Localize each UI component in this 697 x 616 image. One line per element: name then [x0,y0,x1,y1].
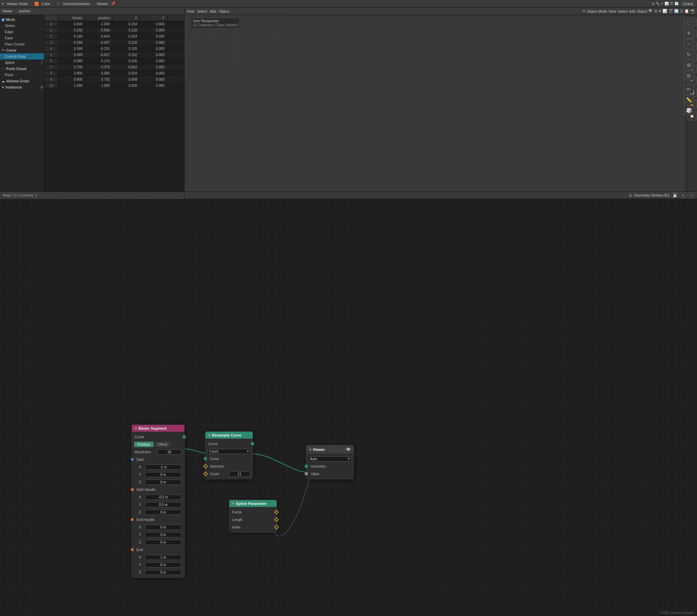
tool-transform[interactable]: ⧉ [684,71,694,80]
bezier-segment-title: Bézier Segment [138,426,167,430]
bezier-end-z-input[interactable]: 0 m [145,570,182,575]
bezier-sh-z-input[interactable]: 0 m [145,510,182,515]
viewport-mode-label[interactable]: Object Mode [587,9,607,13]
tool-move[interactable]: ↔ [684,39,694,49]
cell-data: 0.152 [113,53,140,57]
bezier-end-y-input[interactable]: 0 m [145,562,182,567]
bezier-eh-z-label: Z [139,540,144,544]
bezier-start-handle-row: Start Handle: [132,486,184,493]
bezier-sh-y-label: Y [139,503,144,507]
viewport-menu-view[interactable]: View [187,9,195,13]
top-bar-sep2: | [53,2,54,6]
bezier-segment-node: ∨ Bézier Segment Curve Position Offset R… [132,425,185,578]
tree-item-curve[interactable]: 〜 Curve [0,47,44,53]
icon-external[interactable]: ↗ [688,192,694,198]
resample-count-input[interactable]: 11 [229,471,250,477]
spline-parameter-title: Spline Parameter [236,501,267,506]
tree-item-point-cloud[interactable]: ⋯ Point Cloud [0,66,44,72]
cell-data: -0.231 [85,46,113,51]
tree-item-volume-grids[interactable]: ☁ Volume Grids [0,78,44,84]
bezier-collapse-btn[interactable]: ∨ [135,427,137,430]
tree-item-control-point[interactable]: Control Point [0,53,44,59]
top-bar-object[interactable]: Cube [41,2,50,6]
bezier-start-y-input[interactable]: 0 m [145,472,182,477]
tree-item-face[interactable]: Face [0,35,44,41]
cell-data: 0.499 [58,53,85,57]
top-bar-global[interactable]: Global [681,1,695,6]
bezier-eh-z-input[interactable]: 0 m [145,540,182,545]
bezier-sh-x-input[interactable]: -0.5 m [145,495,182,500]
icon-close[interactable]: ✕ [680,192,686,198]
resample-curve-output-socket[interactable] [251,442,254,445]
table-row: 80.8000.5850.0290.000 [44,70,184,77]
cell-data: 0.100 [58,28,85,32]
top-bar-mode[interactable]: Viewer Node [6,2,28,6]
viewport-object-btn[interactable]: Object [637,9,647,13]
viewer-node-header: ∨ Viewer 👁 [306,445,353,454]
tree-item-face-corner[interactable]: Face Corner [0,41,44,47]
viewport-menu-add[interactable]: Add [210,9,216,13]
tool-scale[interactable]: ⊞ [684,60,694,70]
bezier-start-label: Start: [136,458,182,461]
bezier-end-x-input[interactable]: 1 m [145,555,182,560]
tree-item-vertex[interactable]: Vertex [0,23,44,29]
tree-item-instances[interactable]: ✦ Instances 0 [0,84,44,90]
tree-item-spline[interactable]: Spline 1 [0,59,44,66]
cell-data: -0.027 [85,53,113,57]
viewer-eye-icon[interactable]: 👁 [346,447,351,452]
resample-collapse-btn[interactable]: ∨ [208,433,211,437]
viewport-add-btn[interactable]: Add [629,9,635,13]
viewer-mode-dropdown[interactable]: Auto ▾ [308,456,351,461]
bezier-end-x-label: X [139,555,144,559]
bezier-offset-tab[interactable]: Offset [154,442,171,447]
tree-item-point[interactable]: Point [0,72,44,78]
cell-data: 0.900 [58,77,85,82]
bezier-sh-y-input[interactable]: 0.5 m [145,502,182,507]
table-row: 00.000-1.0000.2340.000 [44,21,184,27]
tree-item-mesh[interactable]: ▣ Mesh [0,16,44,23]
viewer-node-title: Viewer [313,447,325,452]
top-bar-viewer[interactable]: Viewer [97,2,108,6]
viewport-menu-select[interactable]: Select [197,9,207,13]
cell-data: 0.000 [140,71,167,76]
viewport-view-btn[interactable]: View [608,9,616,13]
bezier-start-z-input[interactable]: 0 m [145,480,182,485]
bezier-eh-y-row: Y 0 m [132,531,184,538]
bezier-position-tab[interactable]: Position [134,442,153,447]
bezier-start-row: Start: [132,456,184,463]
tool-add[interactable]: 🎲 [684,106,694,115]
tool-cursor[interactable]: ✛ [684,28,694,38]
cell-data: 1.000 [85,83,113,88]
viewer-value-socket[interactable] [305,472,308,476]
tool-annotate[interactable]: ✏ [684,84,694,94]
viewer-collapse-btn[interactable]: ∨ [309,448,311,451]
top-bar-editor[interactable]: GeometryNodes [63,2,90,6]
viewport-menu-object[interactable]: Object [219,9,229,13]
bezier-start-handle-label: Start Handle: [136,488,182,492]
bezier-resolution-input[interactable]: 16 [157,450,182,455]
spline-parameter-node: ∨ Spline Parameter Factor Length Index [229,500,277,533]
top-bar-pin-icon: 📌 [111,1,116,6]
resample-curve-input-socket[interactable] [204,457,207,460]
cell-data: 0.008 [113,77,140,82]
tree-item-edge[interactable]: Edge [0,29,44,35]
tool-measure[interactable]: 📏 [684,95,694,105]
bezier-segment-header: ∨ Bézier Segment [132,425,184,432]
bezier-start-x-input[interactable]: -1 m [145,465,182,470]
viewer-geometry-socket[interactable] [305,465,308,468]
bezier-curve-output-socket[interactable] [183,435,186,439]
tool-rotate[interactable]: ↻ [684,50,694,59]
spline-collapse-btn[interactable]: ∨ [232,502,234,505]
resample-count-row: Count 11 [205,470,253,478]
icon-save[interactable]: 💾 [672,192,678,198]
resample-mode-dropdown[interactable]: Count ▾ [207,449,251,454]
tree-item-volume-grids-label: Volume Grids [6,79,29,83]
viewport-select-btn[interactable]: Select [618,9,628,13]
bezier-sh-x-label: X [139,495,144,499]
cell-data: 0.000 [140,34,167,39]
geo-nodes-label[interactable]: Geometry Nodes.001 [634,193,670,197]
bezier-eh-x-input[interactable]: 0 m [145,525,182,530]
bezier-eh-y-input[interactable]: 0 m [145,532,182,537]
tool-select[interactable]: ⬚ [684,18,694,27]
cell-data: 1.000 [58,83,85,88]
